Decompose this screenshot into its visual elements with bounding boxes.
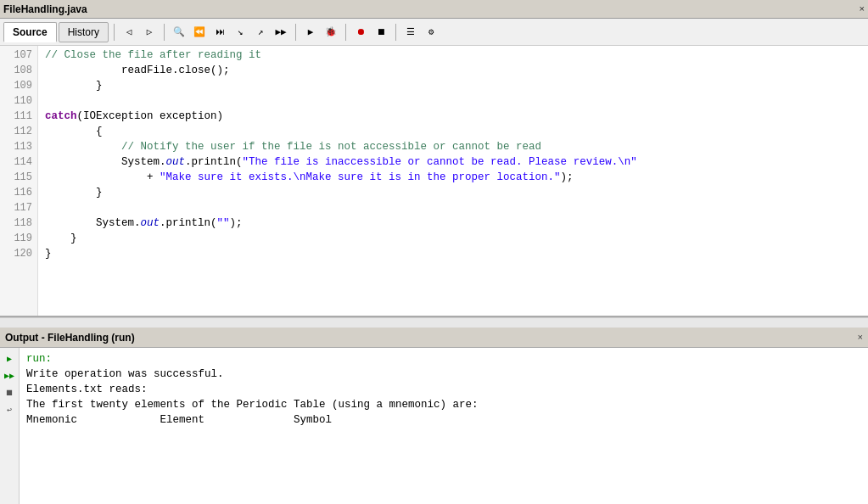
- toolbar-settings-icon[interactable]: ⚙: [422, 23, 440, 42]
- title-bar: FileHandling.java ×: [0, 0, 868, 19]
- toolbar-record-icon[interactable]: ⏺: [351, 23, 370, 42]
- code-line: [45, 200, 868, 216]
- line-number: 107: [0, 48, 37, 63]
- line-number: 111: [0, 109, 37, 124]
- output-line: Elements.txt reads:: [26, 382, 861, 397]
- output-line: The first twenty elements of the Periodi…: [26, 397, 861, 412]
- code-token: }: [45, 80, 103, 92]
- toolbar-menu-icon[interactable]: ☰: [401, 23, 420, 42]
- line-number: 120: [0, 246, 37, 261]
- output-content: run:Write operation was successful.Eleme…: [20, 348, 868, 504]
- code-area: 1071081091101111121131141151161171181191…: [0, 46, 868, 316]
- line-number: 112: [0, 124, 37, 139]
- toolbar-stop-icon[interactable]: ⏹: [372, 23, 390, 42]
- line-number: 116: [0, 185, 37, 200]
- line-number: 115: [0, 170, 37, 185]
- history-tab[interactable]: History: [59, 22, 109, 42]
- code-token: // Notify the user if the file is not ac…: [45, 141, 541, 153]
- toolbar-back-icon[interactable]: ◁: [120, 23, 138, 42]
- code-content[interactable]: // Close the file after reading it readF…: [38, 46, 868, 316]
- code-token: {: [45, 126, 103, 137]
- title-bar-text: FileHandling.java: [3, 3, 855, 15]
- code-token: }: [45, 187, 103, 199]
- output-panel: Output - FileHandling (run) × ▶ ▶▶ ⏹ ↩ r…: [0, 328, 868, 504]
- code-token: // Close the file after reading it: [45, 49, 261, 61]
- output-step-btn[interactable]: ▶▶: [2, 368, 17, 384]
- output-line: run:: [26, 351, 861, 367]
- line-numbers: 1071081091101111121131141151161171181191…: [0, 46, 38, 316]
- code-token: (IOException exception): [77, 110, 224, 122]
- toolbar-separator-2: [164, 24, 165, 41]
- code-line: // Notify the user if the file is not ac…: [45, 139, 868, 154]
- code-line: }: [45, 78, 868, 93]
- code-token: );: [230, 217, 243, 229]
- code-token: +: [45, 171, 160, 183]
- code-line: }: [45, 231, 868, 246]
- code-line: System.out.println("The file is inaccess…: [45, 154, 868, 170]
- output-run-btn[interactable]: ▶: [2, 351, 17, 367]
- line-number: 108: [0, 63, 37, 78]
- output-side-buttons: ▶ ▶▶ ⏹ ↩: [0, 348, 20, 504]
- toolbar-forward-icon[interactable]: ▷: [140, 23, 159, 42]
- code-line: {: [45, 124, 868, 139]
- line-number: 113: [0, 139, 37, 154]
- code-token: .println(: [185, 156, 243, 168]
- code-line: readFile.close();: [45, 63, 868, 78]
- code-token: out: [141, 217, 160, 229]
- toolbar-separator-4: [345, 24, 346, 41]
- output-title: Output - FileHandling (run): [5, 332, 857, 344]
- output-stop-btn[interactable]: ⏹: [2, 385, 17, 400]
- code-line: [45, 93, 868, 109]
- editor-scrollbar[interactable]: [0, 317, 868, 328]
- line-number: 119: [0, 231, 37, 246]
- code-token: }: [45, 232, 77, 244]
- toolbar-step-into-icon[interactable]: ↘: [231, 23, 249, 42]
- toolbar-separator-1: [114, 24, 115, 41]
- code-token: System.: [45, 156, 166, 168]
- line-number: 117: [0, 200, 37, 216]
- toolbar: Source History ◁ ▷ 🔍 ⏪ ⏭ ↘ ↗ ▶▶ ▶ 🐞 ⏺ ⏹ …: [0, 19, 868, 46]
- toolbar-continue-icon[interactable]: ▶▶: [272, 23, 290, 42]
- toolbar-step-out-icon[interactable]: ↗: [251, 23, 270, 42]
- toolbar-debug-icon[interactable]: 🐞: [322, 23, 340, 42]
- code-line: }: [45, 185, 868, 200]
- code-token: "The file is inaccessible or cannot be r…: [243, 156, 637, 168]
- code-token: );: [561, 171, 574, 183]
- toolbar-search-icon[interactable]: 🔍: [170, 23, 188, 42]
- source-tab[interactable]: Source: [3, 22, 57, 42]
- output-line: Write operation was successful.: [26, 367, 861, 382]
- close-icon[interactable]: ×: [859, 4, 865, 14]
- code-editor[interactable]: 1071081091101111121131141151161171181191…: [0, 46, 868, 317]
- toolbar-run-icon[interactable]: ▶: [301, 23, 320, 42]
- code-line: System.out.println("");: [45, 216, 868, 231]
- output-header: Output - FileHandling (run) ×: [0, 328, 868, 348]
- code-token: "Make sure it exists.\nMake sure it is i…: [160, 171, 561, 183]
- code-line: catch(IOException exception): [45, 109, 868, 124]
- code-token: readFile.close();: [45, 64, 230, 76]
- code-token: }: [45, 248, 52, 260]
- code-token: out: [166, 156, 186, 168]
- code-line: + "Make sure it exists.\nMake sure it is…: [45, 170, 868, 185]
- line-number: 118: [0, 216, 37, 231]
- output-close-icon[interactable]: ×: [857, 333, 863, 343]
- code-token: "": [217, 217, 230, 229]
- line-number: 110: [0, 93, 37, 109]
- code-token: catch: [45, 110, 77, 122]
- code-line: }: [45, 246, 868, 261]
- toolbar-step-over-icon[interactable]: ⏭: [210, 23, 229, 42]
- output-body: ▶ ▶▶ ⏹ ↩ run:Write operation was success…: [0, 348, 868, 504]
- code-token: System.: [45, 217, 141, 229]
- toolbar-step-back-icon[interactable]: ⏪: [190, 23, 209, 42]
- code-line: // Close the file after reading it: [45, 48, 868, 63]
- output-line: Mnemonic Element Symbol: [26, 412, 861, 428]
- line-number: 109: [0, 78, 37, 93]
- toolbar-separator-3: [295, 24, 296, 41]
- code-token: .println(: [160, 217, 217, 229]
- line-number: 114: [0, 154, 37, 170]
- output-wrap-btn[interactable]: ↩: [2, 402, 17, 417]
- toolbar-separator-5: [395, 24, 396, 41]
